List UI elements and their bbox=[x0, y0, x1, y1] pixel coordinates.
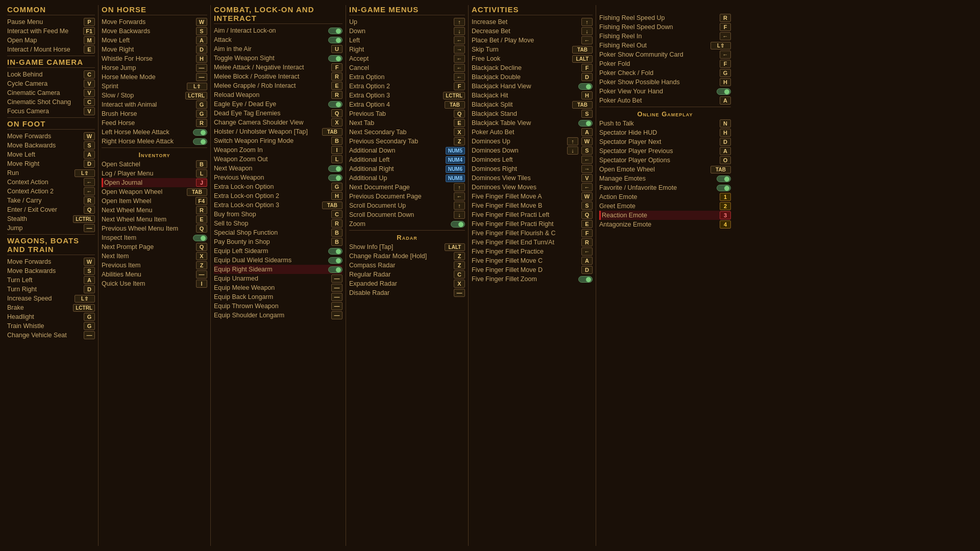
column-2: On Horse Move ForwardsW Move BackwardsS … bbox=[99, 5, 211, 546]
list-item: Spectator Hide HUDH bbox=[599, 128, 731, 137]
list-item: Decrease Bet↓ bbox=[472, 27, 593, 36]
list-item: Five Finger Fillet Move AW bbox=[472, 192, 593, 201]
list-item: Five Finger Fillet Move DD bbox=[472, 265, 593, 274]
section-wagons: Wagons, Boats and Train bbox=[7, 236, 95, 255]
list-item: Open Item WheelF4 bbox=[102, 196, 207, 206]
list-item: Cinematic Shot ChangC bbox=[7, 97, 95, 107]
list-item: Cycle CameraV bbox=[7, 79, 95, 88]
list-item: Move BackwardsS bbox=[7, 266, 95, 276]
list-item: Move BackwardsS bbox=[7, 141, 95, 150]
list-item: Action Emote1 bbox=[599, 192, 731, 202]
list-item: Disable Radar— bbox=[349, 288, 465, 297]
list-item: Change Camera Shoulder ViewX bbox=[214, 118, 342, 127]
list-item: Spectator Player PreviousA bbox=[599, 146, 731, 156]
list-item: Switch Weapon Firing ModeB bbox=[214, 136, 342, 145]
list-item: Additional LeftNUM4 bbox=[349, 155, 465, 164]
list-item: Turn LeftA bbox=[7, 276, 95, 285]
list-item: Extra Lock-on Option 2H bbox=[214, 191, 342, 201]
list-item: Brush HorseG bbox=[102, 109, 207, 118]
list-item: Equip Dual Wield Sidearms bbox=[214, 256, 342, 265]
list-item: Cinematic CameraV bbox=[7, 88, 95, 97]
list-item: Dominoes Left← bbox=[472, 155, 593, 164]
list-item: Down↓ bbox=[349, 27, 465, 36]
section-radar: Radar bbox=[349, 234, 465, 241]
list-item: Change Radar Mode [Hold]Z bbox=[349, 252, 465, 261]
list-item: Spectator Player NextD bbox=[599, 137, 731, 146]
list-item: Weapon Zoom OutL bbox=[214, 155, 342, 164]
list-item: Poker FoldF bbox=[599, 59, 731, 68]
list-item: Focus CameraV bbox=[7, 107, 95, 116]
list-item: Previous ItemZ bbox=[102, 261, 207, 270]
section-online: Online Gameplay bbox=[599, 110, 731, 118]
list-item: Blackjack Table View bbox=[472, 118, 593, 128]
list-item: Horse Melee Mode— bbox=[102, 72, 207, 82]
list-item: BrakeLCTRL bbox=[7, 303, 95, 312]
list-item: Extra Option 4TAB bbox=[349, 100, 465, 109]
list-item: Blackjack HitH bbox=[472, 91, 593, 100]
list-item: Turn RightD bbox=[7, 285, 95, 294]
list-item: Equip Thrown Weapon— bbox=[214, 302, 342, 311]
list-item: Pause MenuP bbox=[7, 17, 95, 27]
column-3: Combat, Lock-On and Interact Aim / Inter… bbox=[211, 5, 346, 546]
main-container: Common Pause MenuP Interact with Feed Me… bbox=[0, 0, 980, 551]
list-item: Extra Option 3LCTRL bbox=[349, 91, 465, 100]
list-item: Blackjack StandS bbox=[472, 109, 593, 118]
list-item: Skip TurnTAB bbox=[472, 45, 593, 54]
section-common: Common bbox=[7, 5, 95, 15]
list-item: Context Action← bbox=[7, 178, 95, 187]
list-item: Increase Bet↑ bbox=[472, 17, 593, 27]
list-item: Additional DownNUM5 bbox=[349, 146, 465, 155]
list-item: Quick Use ItemI bbox=[102, 279, 207, 288]
list-item: Move RightD bbox=[102, 45, 207, 54]
list-item: Five Finger Fillet Practi RightE bbox=[472, 219, 593, 229]
list-item: Reaction Emote3 bbox=[599, 211, 731, 220]
list-item: SprintL⇧ bbox=[102, 82, 207, 91]
list-item: Open Weapon WheelTAB bbox=[102, 187, 207, 196]
list-item: Holster / Unholster Weapon [Tap]TAB bbox=[214, 127, 342, 136]
section-onhorse: On Horse bbox=[102, 5, 207, 15]
list-item: Blackjack SplitTAB bbox=[472, 100, 593, 109]
list-item: Context Action 2← bbox=[7, 187, 95, 196]
list-item: Special Shop FunctionB bbox=[214, 228, 342, 237]
list-item: Dominoes Right→ bbox=[472, 164, 593, 173]
list-item: Expanded RadarX bbox=[349, 279, 465, 288]
list-item: Compass RadarZ bbox=[349, 261, 465, 270]
list-item: Show Info [Tap]LALT bbox=[349, 242, 465, 252]
list-item: Poker Show Community Card← bbox=[599, 50, 731, 59]
list-item: Weapon Zoom InI bbox=[214, 145, 342, 155]
list-item: Five Finger Fillet Move CA bbox=[472, 256, 593, 265]
list-item: Place Bet / Play Move← bbox=[472, 36, 593, 45]
list-item: Additional UpNUM8 bbox=[349, 173, 465, 183]
list-item: Poker Auto BetA bbox=[472, 128, 593, 137]
list-item: Buy from ShopC bbox=[214, 210, 342, 219]
list-item: Five Finger Fillet Move BS bbox=[472, 201, 593, 210]
list-item: Sell to ShopR bbox=[214, 219, 342, 228]
list-item: Open SatchelB bbox=[102, 160, 207, 169]
list-item: Increase SpeedL⇧ bbox=[7, 294, 95, 303]
list-item: Equip Back Longarm— bbox=[214, 292, 342, 302]
list-item: Five Finger Fillet Flourish & CF bbox=[472, 229, 593, 238]
section-combat: Combat, Lock-On and Interact bbox=[214, 5, 342, 24]
list-item: Feed HorseR bbox=[102, 118, 207, 128]
list-item: Poker View Your Hand bbox=[599, 87, 731, 96]
list-item: Five Finger Fillet Zoom bbox=[472, 274, 593, 284]
list-item: Slow / StopLCTRL bbox=[102, 91, 207, 100]
list-item: Previous Wheel Menu ItemQ bbox=[102, 224, 207, 233]
list-item: Five Finger Fillet Practice← bbox=[472, 247, 593, 256]
list-item: StealthLCTRL bbox=[7, 214, 95, 223]
list-item: Toggle Weapon Sight bbox=[214, 54, 342, 63]
list-item: Additional RightNUM6 bbox=[349, 164, 465, 173]
list-item: Free LookLALT bbox=[472, 54, 593, 63]
list-item: Dominoes Down↓S bbox=[472, 146, 593, 155]
list-item: Move ForwardsW bbox=[102, 17, 207, 27]
list-item: Next ItemX bbox=[102, 252, 207, 261]
list-item: Interact with Feed MeF1 bbox=[7, 27, 95, 36]
list-item: Cancel← bbox=[349, 63, 465, 72]
list-item: Push to TalkN bbox=[599, 119, 731, 128]
list-item: Next TabE bbox=[349, 118, 465, 128]
list-item: Left← bbox=[349, 36, 465, 45]
list-item: Equip Shoulder Longarm— bbox=[214, 311, 342, 320]
list-item: Horse Jump— bbox=[102, 63, 207, 72]
column-1: Common Pause MenuP Interact with Feed Me… bbox=[4, 5, 99, 546]
list-item: Extra Lock-on OptionG bbox=[214, 182, 342, 191]
